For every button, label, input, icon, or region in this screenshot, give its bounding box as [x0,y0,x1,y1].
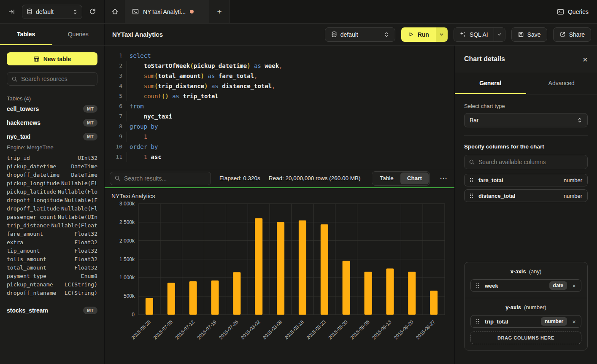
tab-general[interactable]: General [455,73,526,94]
code-text: order by [130,142,158,152]
bar[interactable] [277,222,284,315]
database-selector[interactable]: default [22,5,82,19]
column-row: tolls_amount Float32 [7,255,97,264]
column-chip-distance-total[interactable]: distance_total number [464,189,588,202]
y-axis-chip-trip-total[interactable]: trip_total number × [470,315,581,328]
sparkles-icon [459,31,466,38]
drop-zone[interactable]: DRAG COLUMNS HERE [470,332,581,344]
column-name: dropoff_longitude [7,196,63,205]
svg-text:2 500k: 2 500k [119,219,135,225]
bar[interactable] [321,224,328,315]
axes-configuration: x-axis(any) week date × y-axis(number) [464,262,588,351]
chart-type-value: Bar [470,117,479,124]
bar[interactable] [430,291,438,315]
sql-ai-options-button[interactable] [494,28,505,41]
query-title: NYTaxi Analytics [112,31,163,38]
home-tab[interactable] [105,0,125,23]
bar[interactable] [299,221,306,315]
bar[interactable] [386,268,394,315]
terminal-icon [557,8,564,15]
column-chip-fare-total[interactable]: fare_total number [464,174,588,186]
bar-chart[interactable]: 0500k1 000k1 500k2 000k2 500k3 000k2015-… [111,200,454,361]
columns-search-input[interactable] [478,159,583,165]
bar[interactable] [255,218,262,315]
svg-text:2015-09-27: 2015-09-27 [415,319,436,340]
bar[interactable] [211,280,219,315]
queries-button[interactable]: Queries [548,0,597,23]
bar[interactable] [189,281,197,315]
columns-section-label: Specify columns for the chart [464,143,588,150]
remove-icon[interactable]: × [572,318,576,325]
svg-text:2015-07-19: 2015-07-19 [196,319,217,340]
svg-text:2015-09-13: 2015-09-13 [371,319,392,340]
bar[interactable] [146,298,153,315]
axis-chip-name: trip_total [485,318,536,325]
remove-icon[interactable]: × [572,283,576,289]
chevrons-updown-icon [73,9,78,15]
column-type: Nullable(Flo [58,188,97,196]
y-axis-section: y-axis(number) trip_total number × DRAG … [465,298,587,350]
editor-line: 1 select [110,51,451,61]
sql-ai-button-group: SQL AI [454,27,505,42]
table-row[interactable]: cell_towers MT [7,102,97,116]
engine-badge: MT [83,119,97,127]
bar[interactable] [233,272,240,315]
column-name: passenger_count [7,213,56,221]
column-row: pickup_latitude Nullable(Flo [7,188,97,196]
table-row[interactable]: nyc_taxi MT [7,129,97,143]
results-search-input[interactable] [124,175,206,182]
close-icon[interactable]: × [583,55,588,64]
new-tab-button[interactable]: + [209,0,230,23]
x-axis-chip-week[interactable]: week date × [470,279,581,292]
toolbar-database-selector[interactable]: default [325,27,395,42]
query-tab-title: NYTaxi Analyti... [143,8,186,15]
refresh-icon[interactable] [86,6,98,18]
chart-details-body: Select chart type Bar Specify columns fo… [455,94,597,364]
view-toggle-table[interactable]: Table [373,173,400,184]
columns-search [464,155,588,169]
x-axis-label: x-axis(any) [470,268,581,275]
column-type: Nullable(UIn [58,213,97,221]
queries-button-label: Queries [568,8,589,15]
run-options-button[interactable] [436,27,448,42]
bar[interactable] [408,272,416,315]
more-options-button[interactable]: ··· [438,175,449,182]
bar[interactable] [343,261,350,315]
run-button-label: Run [418,31,429,38]
sidebar-tab-queries[interactable]: Queries [52,24,105,45]
sql-editor[interactable]: 1 select 2 toStartOfWeek(pickup_datetime… [105,46,454,169]
sidebar-search-input[interactable] [21,75,93,82]
query-tab[interactable]: NYTaxi Analyti... [125,0,209,23]
share-button-label: Share [569,31,585,38]
column-type: Enum8 [81,272,97,280]
bar[interactable] [167,283,175,315]
code-text: sum(trip_distance) as distance_total, [130,81,276,91]
column-row: dropoff_datetime DateTime [7,171,97,179]
column-name: total_amount [7,264,46,272]
column-type: Float32 [74,230,97,238]
sidebar-tab-tables[interactable]: Tables [0,24,52,45]
chart-type-select[interactable]: Bar [464,113,588,127]
bar[interactable] [365,272,372,315]
main-area: 1 select 2 toStartOfWeek(pickup_datetime… [105,46,455,364]
svg-text:2015-09-20: 2015-09-20 [393,319,414,340]
column-name: fare_amount [7,230,43,238]
column-name: trip_distance [7,221,50,230]
collapse-sidebar-icon[interactable] [6,6,18,18]
view-toggle-chart[interactable]: Chart [400,173,429,184]
save-button[interactable]: Save [511,27,547,42]
chevrons-updown-icon [384,32,389,38]
tab-advanced[interactable]: Advanced [526,73,597,94]
column-type: Float32 [74,264,97,272]
table-name: hackernews [7,119,41,126]
column-chip-type: number [564,177,582,183]
sql-ai-button[interactable]: SQL AI [454,28,494,41]
table-row[interactable]: stocks_stream MT [7,303,97,317]
run-button[interactable]: Run [401,27,436,42]
view-toggle: Table Chart [372,171,430,186]
tab-strip: NYTaxi Analyti... + [105,0,230,23]
table-row[interactable]: hackernews MT [7,116,97,129]
new-table-button[interactable]: New table [7,52,97,65]
share-button[interactable]: Share [553,27,591,42]
column-type: UInt32 [78,154,97,162]
